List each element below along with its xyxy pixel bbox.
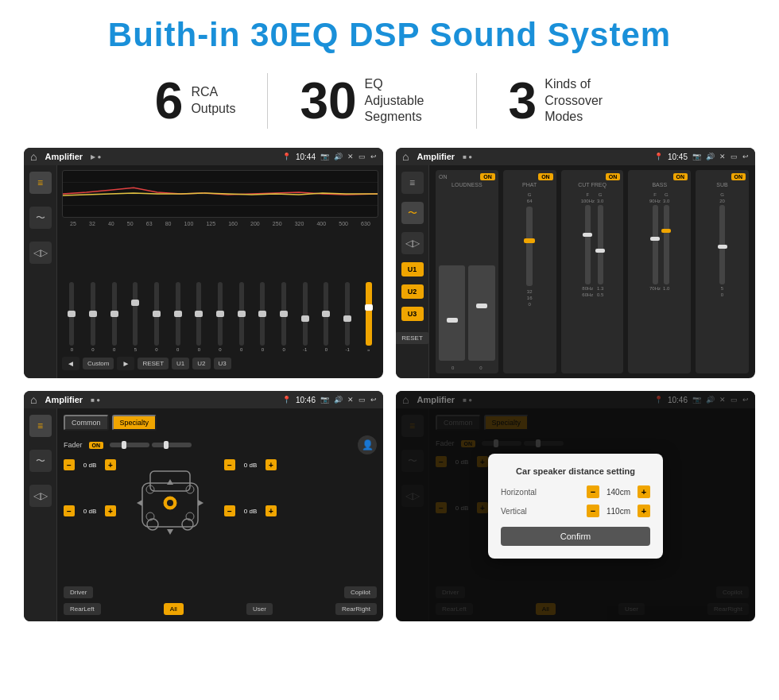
dialog-vertical-plus[interactable]: + xyxy=(638,505,650,517)
btn-copilot[interactable]: Copilot xyxy=(344,586,377,598)
cross-u2-sidebar[interactable]: U2 xyxy=(401,284,424,299)
dialog-horizontal-minus[interactable]: − xyxy=(587,485,599,498)
dialog-horizontal-label: Horizontal xyxy=(501,488,537,497)
fader-label: Fader xyxy=(64,441,83,449)
eq-prev-btn[interactable]: ◄ xyxy=(62,357,79,370)
vol-lt-minus[interactable]: − xyxy=(64,459,75,470)
dialog-vertical-value: 110cm xyxy=(603,507,634,516)
loudness-title: LOUDNESS xyxy=(439,182,495,188)
eq-custom-btn[interactable]: Custom xyxy=(83,358,114,369)
vol-lb-plus[interactable]: + xyxy=(105,505,116,516)
stat-eq: 30 EQ AdjustableSegments xyxy=(268,75,475,126)
back-icon-eq[interactable]: ↩ xyxy=(370,153,377,160)
vol-rb-value: 0 dB xyxy=(238,508,262,515)
eq-icon-active[interactable]: ≡ xyxy=(29,172,52,194)
dialog-horizontal-value: 140cm xyxy=(603,488,634,497)
status-dots-cross: ■ ● xyxy=(463,153,472,160)
cross-reset-btn[interactable]: RESET xyxy=(396,332,429,344)
home-icon-fader[interactable]: ⌂ xyxy=(30,393,37,406)
main-title: Buith-in 30EQ DSP Sound System xyxy=(24,16,755,54)
eq-u2-btn[interactable]: U2 xyxy=(192,358,210,369)
time-cross: 10:45 xyxy=(668,153,688,161)
volume-icon-fader: 🔊 xyxy=(334,396,343,404)
vol-right: − 0 dB + − 0 dB + xyxy=(224,459,277,582)
vol-lb-minus[interactable]: − xyxy=(64,505,75,516)
status-bar-fader: ⌂ Amplifier ■ ● 📍 10:46 📷 🔊 ✕ ▭ ↩ xyxy=(24,391,383,408)
btn-all[interactable]: All xyxy=(164,603,184,615)
location-icon-cross: 📍 xyxy=(654,153,663,160)
eq-sidebar: ≡ 〜 ◁▷ xyxy=(24,165,57,378)
eq-reset-btn[interactable]: RESET xyxy=(138,358,169,369)
camera-icon-eq: 📷 xyxy=(320,153,329,160)
location-icon-eq: 📍 xyxy=(282,153,291,160)
eq-u1-btn[interactable]: U1 xyxy=(172,358,189,369)
btn-rearleft[interactable]: RearLeft xyxy=(64,603,101,615)
app-name-fader: Amplifier xyxy=(45,395,83,404)
eq-slider-7: 0 xyxy=(211,282,231,352)
sub-on-badge[interactable]: ON xyxy=(731,173,746,180)
module-bass: ON BASS F 90Hz 70Hz xyxy=(628,170,691,373)
bass-title: BASS xyxy=(631,182,688,188)
fader-track-1[interactable] xyxy=(110,443,149,447)
btn-driver[interactable]: Driver xyxy=(64,586,93,598)
cross-wave-icon[interactable]: 〜 xyxy=(401,202,424,224)
eq-freq-labels: 25 32 40 50 63 80 100 125 160 200 250 32… xyxy=(62,221,378,226)
vol-lt-plus[interactable]: + xyxy=(105,459,116,470)
fader-on-badge[interactable]: ON xyxy=(89,442,104,449)
vol-rb-minus[interactable]: − xyxy=(224,505,235,516)
btn-user[interactable]: User xyxy=(246,603,273,615)
bass-on-badge[interactable]: ON xyxy=(673,173,688,180)
car-diagram xyxy=(122,459,218,547)
eq-slider-4: 0 xyxy=(147,282,167,352)
x-icon-cross: ✕ xyxy=(719,153,726,160)
vol-right-bot: − 0 dB + xyxy=(224,505,277,516)
eq-u3-btn[interactable]: U3 xyxy=(214,358,231,369)
back-icon-fader[interactable]: ↩ xyxy=(370,396,377,404)
crossover-main: ON ON LOUDNESS xyxy=(429,165,755,378)
module-sub: ON SUB G 20 5 0 xyxy=(696,170,749,373)
eq-slider-3: 5 xyxy=(126,282,145,352)
tab-specialty[interactable]: Specialty xyxy=(112,415,157,431)
stats-row: 6 RCAOutputs 30 EQ AdjustableSegments 3 … xyxy=(24,73,755,129)
dialog-vertical-minus[interactable]: − xyxy=(587,505,599,517)
fader-sidebar: ≡ 〜 ◁▷ xyxy=(24,408,57,621)
btn-rearright[interactable]: RearRight xyxy=(335,603,377,615)
phat-on-badge[interactable]: ON xyxy=(538,173,553,180)
fader-bottom-buttons-2: RearLeft All User RearRight xyxy=(64,603,377,615)
eq-main-panel: 25 32 40 50 63 80 100 125 160 200 250 32… xyxy=(57,165,383,378)
vol-rt-minus[interactable]: − xyxy=(224,459,235,470)
home-icon-cross[interactable]: ⌂ xyxy=(402,150,409,163)
eq-slider-12: 0 xyxy=(316,282,336,352)
dialog-confirm-button[interactable]: Confirm xyxy=(501,527,650,546)
volume-icon-cross: 🔊 xyxy=(706,153,715,160)
eq-icon-wave[interactable]: 〜 xyxy=(29,207,52,229)
eq-slider-10: 0 xyxy=(274,282,294,352)
dialog-horizontal-plus[interactable]: + xyxy=(638,485,650,498)
eq-play-btn[interactable]: ► xyxy=(117,357,134,370)
fader-spk-icon[interactable]: ◁▷ xyxy=(29,485,52,507)
svg-marker-15 xyxy=(137,500,142,506)
screen-fader: ⌂ Amplifier ■ ● 📍 10:46 📷 🔊 ✕ ▭ ↩ ≡ 〜 ◁▷ xyxy=(24,391,383,621)
stat-eq-label: EQ AdjustableSegments xyxy=(365,76,444,126)
vol-rt-plus[interactable]: + xyxy=(265,459,277,470)
back-icon-cross[interactable]: ↩ xyxy=(742,153,749,160)
tab-common[interactable]: Common xyxy=(64,415,109,431)
cutfreq-on-badge[interactable]: ON xyxy=(606,173,621,180)
fader-track-2[interactable] xyxy=(152,443,192,447)
loudness-on-badge[interactable]: ON xyxy=(480,173,495,180)
cross-u3-sidebar[interactable]: U3 xyxy=(401,307,424,321)
fader-wave-icon[interactable]: 〜 xyxy=(29,450,52,472)
cross-eq-icon[interactable]: ≡ xyxy=(401,172,424,194)
eq-slider-9: 0 xyxy=(253,282,273,352)
sub-title: SUB xyxy=(699,182,746,188)
dialog-vertical-label: Vertical xyxy=(501,507,527,516)
app-name-eq: Amplifier xyxy=(45,152,83,161)
home-icon-eq[interactable]: ⌂ xyxy=(30,150,37,163)
fader-eq-icon[interactable]: ≡ xyxy=(29,415,52,437)
cross-spk-icon[interactable]: ◁▷ xyxy=(401,232,424,254)
dialog-box: Car speaker distance setting Horizontal … xyxy=(488,454,663,559)
eq-icon-speaker[interactable]: ◁▷ xyxy=(29,242,52,264)
vol-rb-plus[interactable]: + xyxy=(265,505,277,516)
fader-control: Fader ON 👤 xyxy=(64,435,377,454)
cross-u1-sidebar[interactable]: U1 xyxy=(401,262,424,277)
